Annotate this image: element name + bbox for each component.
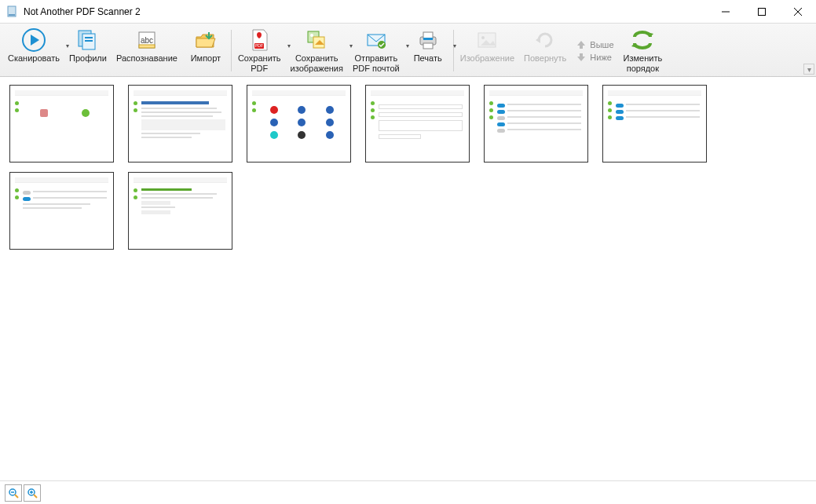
page-thumbnail[interactable]	[9, 85, 114, 163]
ocr-icon: abc	[134, 27, 159, 53]
close-button[interactable]	[780, 0, 816, 24]
zoom-out-button[interactable]	[5, 484, 22, 502]
reorder-button[interactable]: Изменитьпорядок	[619, 25, 668, 76]
ocr-button[interactable]: abc Распознавание	[112, 25, 182, 76]
page-thumbnail[interactable]	[128, 85, 232, 163]
toolbar: Сканировать ▾ Профили abc Распознавание …	[0, 24, 816, 77]
rotate-icon	[532, 27, 558, 53]
mail-icon	[364, 27, 389, 53]
separator	[231, 30, 232, 71]
svg-rect-25	[423, 43, 433, 49]
scan-icon	[20, 27, 47, 53]
svg-line-34	[15, 495, 18, 498]
svg-rect-3	[759, 8, 766, 15]
page-thumbnail[interactable]	[602, 85, 707, 163]
svg-point-19	[310, 34, 313, 37]
profiles-button[interactable]: Профили	[64, 25, 112, 76]
svg-point-28	[481, 36, 485, 39]
move-down-button: Ниже	[576, 52, 613, 63]
move-up-button: Выше	[576, 39, 613, 50]
print-button[interactable]: Печать ▾	[404, 25, 452, 76]
save-pdf-button[interactable]: PDF СохранитьPDF ▾	[233, 25, 286, 76]
page-thumbnail[interactable]	[128, 172, 232, 250]
svg-rect-1	[9, 14, 15, 16]
import-button[interactable]: Импорт	[182, 25, 229, 76]
rotate-button: Повернуть	[519, 25, 571, 76]
window-title: Not Another PDF Scanner 2	[24, 6, 141, 17]
svg-text:PDF: PDF	[255, 43, 263, 48]
pdf-icon: PDF	[247, 27, 272, 53]
scan-button[interactable]: Сканировать ▾	[3, 25, 64, 76]
svg-rect-10	[85, 37, 93, 38]
page-thumbnail[interactable]	[9, 172, 114, 250]
reorder-icon	[630, 27, 655, 53]
page-thumbnail[interactable]	[247, 85, 351, 163]
zoom-in-button[interactable]	[24, 484, 41, 502]
images-icon	[304, 27, 329, 53]
toolbar-expand-button[interactable]: ▾	[803, 64, 814, 75]
page-thumbnail[interactable]	[365, 85, 470, 163]
move-group: Выше Ниже	[571, 25, 618, 76]
svg-rect-24	[423, 32, 433, 38]
image-button: Изображение	[456, 25, 519, 76]
image-icon	[474, 27, 499, 53]
thumbnail-area	[0, 77, 816, 480]
svg-rect-26	[423, 38, 433, 40]
svg-line-37	[34, 495, 37, 498]
title-bar: Not Another PDF Scanner 2	[0, 0, 816, 24]
svg-rect-14	[139, 45, 155, 48]
zoom-out-icon	[8, 488, 19, 499]
import-icon	[193, 27, 218, 53]
save-images-button[interactable]: Сохранитьизображения ▾	[286, 25, 348, 76]
svg-rect-11	[85, 40, 93, 42]
status-bar	[0, 480, 816, 504]
print-icon	[415, 27, 441, 53]
arrow-up-icon	[576, 39, 587, 50]
send-pdf-button[interactable]: ОтправитьPDF почтой ▾	[348, 25, 404, 76]
app-icon	[6, 5, 19, 18]
minimize-button[interactable]	[708, 0, 744, 24]
maximize-button[interactable]	[744, 0, 780, 24]
svg-marker-7	[31, 35, 39, 46]
profiles-icon	[75, 27, 101, 53]
arrow-down-icon	[576, 52, 587, 63]
zoom-in-icon	[27, 488, 38, 499]
separator	[453, 30, 454, 71]
page-thumbnail[interactable]	[484, 85, 588, 163]
svg-text:abc: abc	[141, 36, 153, 45]
